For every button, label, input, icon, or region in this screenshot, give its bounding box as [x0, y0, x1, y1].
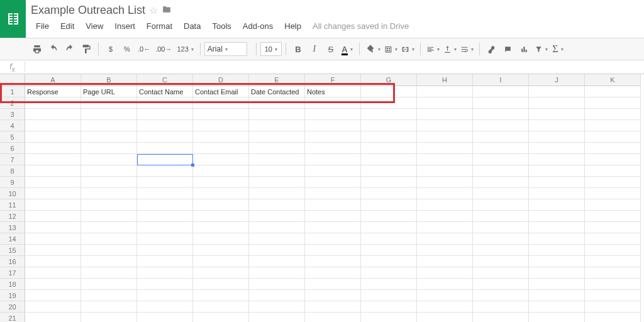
cell-D10[interactable] — [193, 188, 249, 199]
comment-icon[interactable] — [500, 41, 516, 57]
cell-D18[interactable] — [193, 279, 249, 290]
cell-H4[interactable] — [417, 120, 473, 131]
cell-G9[interactable] — [361, 177, 417, 188]
cell-F17[interactable] — [305, 267, 361, 279]
menu-view[interactable]: View — [80, 19, 108, 33]
cell-G15[interactable] — [361, 245, 417, 256]
cell-J18[interactable] — [529, 279, 585, 290]
cell-D21[interactable] — [193, 313, 249, 322]
cell-A15[interactable] — [25, 245, 81, 256]
cell-C20[interactable] — [137, 301, 193, 313]
cell-K3[interactable] — [585, 109, 641, 120]
cell-J10[interactable] — [529, 188, 585, 199]
cell-J17[interactable] — [529, 267, 585, 279]
cell-J13[interactable] — [529, 222, 585, 233]
cell-E11[interactable] — [249, 199, 305, 211]
cell-K5[interactable] — [585, 131, 641, 143]
cell-K18[interactable] — [585, 279, 641, 290]
cell-E12[interactable] — [249, 211, 305, 222]
cell-F18[interactable] — [305, 279, 361, 290]
row-header-21[interactable]: 21 — [0, 313, 25, 322]
cell-I12[interactable] — [473, 211, 529, 222]
cell-K11[interactable] — [585, 199, 641, 211]
wrap-button[interactable] — [458, 41, 475, 57]
row-header-11[interactable]: 11 — [0, 199, 25, 211]
italic-button[interactable]: I — [306, 41, 323, 57]
formula-input[interactable] — [25, 60, 644, 74]
doc-title[interactable]: Example Outreach List — [31, 4, 145, 17]
cell-G14[interactable] — [361, 233, 417, 245]
cell-C21[interactable] — [137, 313, 193, 322]
cell-G8[interactable] — [361, 165, 417, 177]
cell-C2[interactable] — [137, 97, 193, 109]
folder-icon[interactable] — [162, 5, 172, 16]
cell-F12[interactable] — [305, 211, 361, 222]
cell-K20[interactable] — [585, 301, 641, 313]
cell-D11[interactable] — [193, 199, 249, 211]
row-header-8[interactable]: 8 — [0, 165, 25, 177]
cell-C10[interactable] — [137, 188, 193, 199]
cell-H15[interactable] — [417, 245, 473, 256]
menu-tools[interactable]: Tools — [207, 19, 236, 33]
bold-button[interactable]: B — [290, 41, 306, 57]
dec-decrease-button[interactable]: .0← — [135, 41, 153, 57]
cell-E21[interactable] — [249, 313, 305, 322]
cell-G3[interactable] — [361, 109, 417, 120]
cell-I10[interactable] — [473, 188, 529, 199]
cell-J8[interactable] — [529, 165, 585, 177]
cell-D4[interactable] — [193, 120, 249, 131]
cell-C8[interactable] — [137, 165, 193, 177]
cell-H13[interactable] — [417, 222, 473, 233]
cell-A12[interactable] — [25, 211, 81, 222]
cell-A7[interactable] — [25, 154, 81, 165]
cell-J11[interactable] — [529, 199, 585, 211]
cell-G20[interactable] — [361, 301, 417, 313]
cell-C7[interactable] — [137, 154, 193, 165]
cell-A2[interactable] — [25, 97, 81, 109]
col-header-k[interactable]: K — [585, 74, 641, 86]
cell-I8[interactable] — [473, 165, 529, 177]
cell-A19[interactable] — [25, 290, 81, 301]
col-header-b[interactable]: B — [81, 74, 137, 86]
menu-file[interactable]: File — [31, 19, 54, 33]
cell-A9[interactable] — [25, 177, 81, 188]
row-header-12[interactable]: 12 — [0, 211, 25, 222]
cell-B5[interactable] — [81, 131, 137, 143]
cell-H3[interactable] — [417, 109, 473, 120]
cell-I13[interactable] — [473, 222, 529, 233]
row-header-1[interactable]: 1 — [0, 86, 25, 97]
paint-format-icon[interactable] — [78, 41, 94, 57]
cell-E13[interactable] — [249, 222, 305, 233]
cell-B19[interactable] — [81, 290, 137, 301]
sheets-logo[interactable] — [0, 0, 26, 38]
cell-H12[interactable] — [417, 211, 473, 222]
cell-F8[interactable] — [305, 165, 361, 177]
cell-A10[interactable] — [25, 188, 81, 199]
cell-E18[interactable] — [249, 279, 305, 290]
merge-button[interactable] — [399, 41, 416, 57]
cell-A20[interactable] — [25, 301, 81, 313]
cell-F19[interactable] — [305, 290, 361, 301]
cell-F15[interactable] — [305, 245, 361, 256]
cell-E9[interactable] — [249, 177, 305, 188]
cell-A11[interactable] — [25, 199, 81, 211]
cell-K19[interactable] — [585, 290, 641, 301]
menu-edit[interactable]: Edit — [55, 19, 79, 33]
cell-E1[interactable]: Date Contacted — [249, 86, 305, 97]
filter-icon[interactable] — [533, 41, 550, 57]
cell-G19[interactable] — [361, 290, 417, 301]
cell-K17[interactable] — [585, 267, 641, 279]
cell-I1[interactable] — [473, 86, 529, 97]
cell-C14[interactable] — [137, 233, 193, 245]
cell-D8[interactable] — [193, 165, 249, 177]
cell-G7[interactable] — [361, 154, 417, 165]
cell-H17[interactable] — [417, 267, 473, 279]
cell-I17[interactable] — [473, 267, 529, 279]
cell-B18[interactable] — [81, 279, 137, 290]
cell-G11[interactable] — [361, 199, 417, 211]
cell-A17[interactable] — [25, 267, 81, 279]
fontsize-dropdown[interactable]: 10 — [260, 42, 282, 56]
cell-F5[interactable] — [305, 131, 361, 143]
cell-D1[interactable]: Contact Email — [193, 86, 249, 97]
cell-C11[interactable] — [137, 199, 193, 211]
